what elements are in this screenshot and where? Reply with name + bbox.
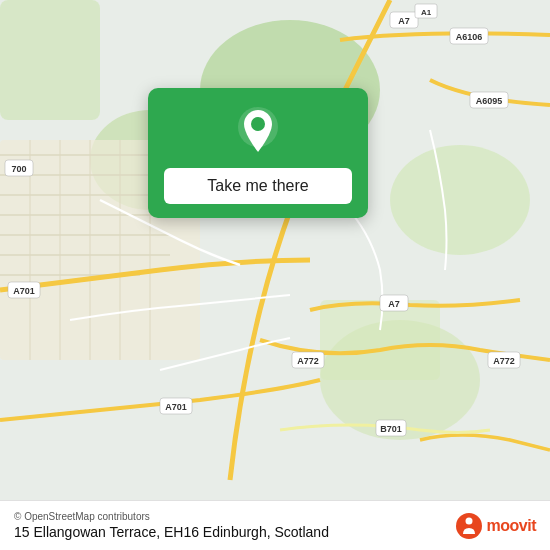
address-section: © OpenStreetMap contributors 15 Ellangow… — [14, 511, 329, 540]
svg-text:A701: A701 — [13, 286, 35, 296]
svg-text:A701: A701 — [165, 402, 187, 412]
svg-point-43 — [456, 513, 482, 539]
location-pin-icon — [232, 106, 284, 158]
take-me-there-button[interactable]: Take me there — [164, 168, 352, 204]
svg-text:700: 700 — [11, 164, 26, 174]
map-svg: A7 A6106 A6095 A701 700 A7 A772 A772 B70… — [0, 0, 550, 550]
svg-point-44 — [465, 517, 472, 524]
map-container: A7 A6106 A6095 A701 700 A7 A772 A772 B70… — [0, 0, 550, 550]
location-card: Take me there — [148, 88, 368, 218]
moovit-icon — [455, 512, 483, 540]
bottom-bar: © OpenStreetMap contributors 15 Ellangow… — [0, 500, 550, 550]
svg-text:A6095: A6095 — [476, 96, 503, 106]
svg-point-42 — [251, 117, 265, 131]
svg-rect-2 — [0, 0, 100, 120]
svg-text:A6106: A6106 — [456, 32, 483, 42]
svg-text:A772: A772 — [297, 356, 319, 366]
svg-text:A772: A772 — [493, 356, 515, 366]
svg-text:A7: A7 — [398, 16, 410, 26]
svg-rect-5 — [320, 300, 440, 380]
svg-text:A7: A7 — [388, 299, 400, 309]
svg-text:B701: B701 — [380, 424, 402, 434]
svg-text:A1: A1 — [421, 8, 432, 17]
svg-point-3 — [390, 145, 530, 255]
moovit-label: moovit — [487, 517, 536, 535]
osm-credit: © OpenStreetMap contributors — [14, 511, 329, 522]
address-label: 15 Ellangowan Terrace, EH16 Edinburgh, S… — [14, 524, 329, 540]
moovit-logo: moovit — [455, 512, 536, 540]
